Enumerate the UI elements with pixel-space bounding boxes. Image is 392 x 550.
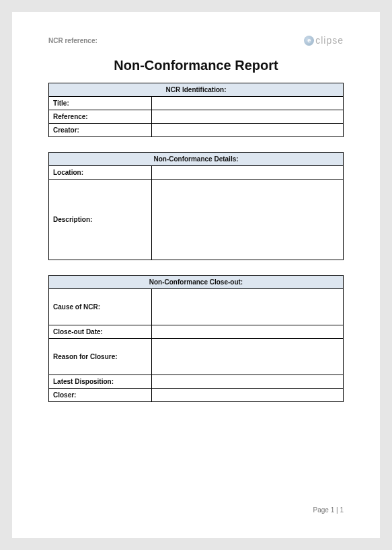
logo-text: clipse xyxy=(315,35,344,46)
document-page: NCR reference: e clipse Non-Conformance … xyxy=(12,12,380,538)
header-row: NCR reference: e clipse xyxy=(48,35,344,46)
table-row: Reason for Closure: xyxy=(49,339,344,375)
table-row: Description: xyxy=(49,180,344,260)
field-label-reference: Reference: xyxy=(49,110,152,124)
field-value-closer xyxy=(152,389,344,402)
closeout-table: Non-Conformance Close-out: Cause of NCR:… xyxy=(48,275,344,402)
field-label-description: Description: xyxy=(49,180,152,260)
logo-icon: e xyxy=(304,36,314,46)
field-value-cause xyxy=(152,289,344,325)
page-title: Non-Conformance Report xyxy=(48,58,344,73)
table-row: Creator: xyxy=(49,124,344,137)
field-value-closeout-date xyxy=(152,325,344,339)
table-row: Closer: xyxy=(49,389,344,402)
closeout-heading: Non-Conformance Close-out: xyxy=(49,276,344,289)
field-value-title xyxy=(152,97,344,110)
field-value-reference xyxy=(152,110,344,124)
identification-table: NCR Identification: Title: Reference: Cr… xyxy=(48,83,344,137)
field-label-reason: Reason for Closure: xyxy=(49,339,152,375)
table-row: Title: xyxy=(49,97,344,110)
table-row: Close-out Date: xyxy=(49,325,344,339)
details-table: Non-Conformance Details: Location: Descr… xyxy=(48,152,344,260)
field-label-disposition: Latest Disposition: xyxy=(49,375,152,389)
field-label-title: Title: xyxy=(49,97,152,110)
page-footer: Page 1 | 1 xyxy=(313,506,344,514)
field-label-closer: Closer: xyxy=(49,389,152,402)
table-row: Cause of NCR: xyxy=(49,289,344,325)
identification-heading: NCR Identification: xyxy=(49,83,344,97)
table-row: Reference: xyxy=(49,110,344,124)
field-value-description xyxy=(152,180,344,260)
details-heading: Non-Conformance Details: xyxy=(49,153,344,166)
field-value-reason xyxy=(152,339,344,375)
table-row: Latest Disposition: xyxy=(49,375,344,389)
table-row: Location: xyxy=(49,166,344,180)
field-value-disposition xyxy=(152,375,344,389)
field-label-cause: Cause of NCR: xyxy=(49,289,152,325)
field-label-location: Location: xyxy=(49,166,152,180)
logo: e clipse xyxy=(304,35,344,46)
field-label-closeout-date: Close-out Date: xyxy=(49,325,152,339)
field-value-location xyxy=(152,166,344,180)
ncr-reference-label: NCR reference: xyxy=(48,37,97,44)
field-label-creator: Creator: xyxy=(49,124,152,137)
field-value-creator xyxy=(152,124,344,137)
